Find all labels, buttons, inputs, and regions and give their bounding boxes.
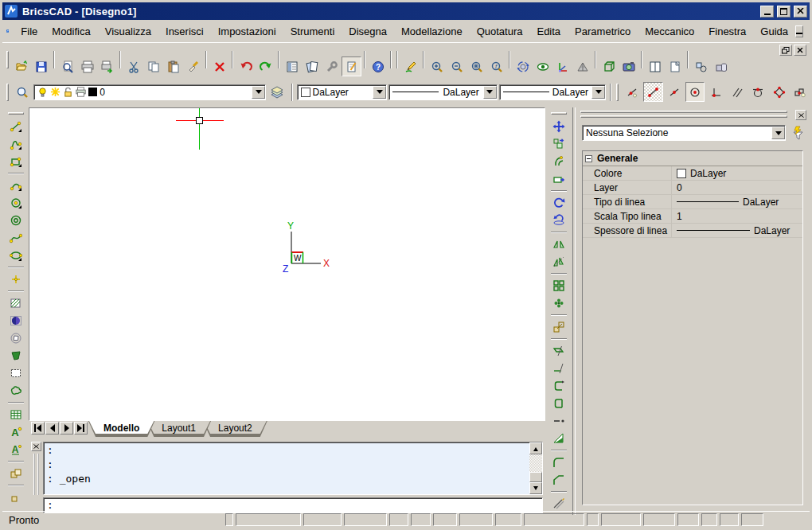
- snap-midpoint-button[interactable]: [665, 82, 684, 102]
- region-button[interactable]: [6, 312, 25, 329]
- scroll-down-button[interactable]: [529, 482, 542, 494]
- section-generale[interactable]: Generale: [583, 151, 802, 166]
- arc-button[interactable]: [6, 177, 25, 194]
- mdi-close-button[interactable]: [794, 45, 806, 56]
- zoom-extents-button[interactable]: [467, 57, 486, 76]
- scale-button[interactable]: [549, 318, 568, 336]
- help-button[interactable]: ?: [368, 57, 388, 76]
- solid-button[interactable]: [6, 347, 25, 364]
- snap-tangent-button[interactable]: [748, 82, 767, 102]
- quick-select-filter-icon[interactable]: [791, 126, 805, 140]
- property-row-scala-tipo-linea[interactable]: Scala Tipo linea 1: [583, 209, 802, 224]
- drawing-explorer-button[interactable]: [282, 57, 302, 76]
- menu-impostazioni[interactable]: Impostazioni: [211, 22, 283, 41]
- new-view-button[interactable]: [665, 57, 685, 76]
- status-field[interactable]: [459, 513, 493, 526]
- status-field[interactable]: [236, 513, 301, 526]
- menu-modifica[interactable]: Modifica: [45, 22, 97, 41]
- print-button[interactable]: [77, 57, 97, 76]
- status-field[interactable]: [303, 513, 342, 526]
- sheet-sets-button[interactable]: [302, 57, 322, 76]
- tab-layout2[interactable]: Layout2: [203, 421, 267, 437]
- options-button[interactable]: [342, 57, 361, 76]
- tab-last-button[interactable]: [74, 422, 88, 435]
- attribute-button[interactable]: [6, 489, 25, 506]
- toolbar-grip[interactable]: [6, 51, 9, 68]
- move-button[interactable]: [549, 118, 568, 135]
- wipeout-button[interactable]: [6, 364, 25, 382]
- rotate-3d-button[interactable]: [549, 212, 568, 229]
- status-field[interactable]: [643, 513, 675, 526]
- boundary-button[interactable]: [6, 329, 25, 347]
- viewports-button[interactable]: [645, 57, 665, 76]
- drawing-canvas[interactable]: Y X Z W: [29, 107, 545, 421]
- point-button[interactable]: [6, 271, 25, 288]
- spline-button[interactable]: [6, 229, 25, 247]
- revision-cloud-button[interactable]: [6, 382, 25, 399]
- rectangle-button[interactable]: [6, 153, 25, 170]
- toolbar-grip[interactable]: [8, 112, 24, 115]
- mtext-button[interactable]: A: [6, 423, 25, 441]
- box-button[interactable]: [599, 57, 619, 76]
- donut-button[interactable]: [6, 212, 25, 229]
- snap-center-button[interactable]: [685, 82, 705, 102]
- property-row-spessore-di-linea[interactable]: Spessore di linea DaLayer: [583, 224, 802, 238]
- property-row-tipo-di-linea[interactable]: Tipo di linea DaLayer: [583, 195, 802, 209]
- customize-button[interactable]: [322, 57, 342, 76]
- command-close-button[interactable]: [31, 442, 41, 451]
- copy-entities-button[interactable]: [549, 135, 568, 153]
- redo-button[interactable]: [256, 57, 275, 76]
- command-history[interactable]: : : : _open: [43, 442, 543, 495]
- tab-next-button[interactable]: [60, 422, 73, 435]
- save-button[interactable]: [31, 57, 51, 76]
- polyline-button[interactable]: [6, 135, 25, 153]
- layer-explorer-button[interactable]: [13, 82, 32, 102]
- array-polar-button[interactable]: [549, 294, 568, 312]
- menu-inserisci[interactable]: Inserisci: [158, 22, 211, 41]
- status-field[interactable]: [411, 513, 431, 526]
- export-button[interactable]: [97, 57, 117, 76]
- scroll-up-button[interactable]: [529, 442, 542, 454]
- insert-block-button[interactable]: [6, 465, 25, 482]
- menu-edita[interactable]: Edita: [529, 22, 568, 41]
- status-field[interactable]: [344, 513, 387, 526]
- table-button[interactable]: [6, 406, 25, 423]
- menu-strumenti[interactable]: Strumenti: [283, 22, 342, 41]
- mdi-minimize-button[interactable]: [795, 25, 803, 37]
- hatch-button[interactable]: [6, 294, 25, 312]
- status-field[interactable]: [701, 513, 717, 526]
- extend-button[interactable]: [549, 360, 568, 377]
- menu-meccanico[interactable]: Meccanico: [638, 22, 701, 41]
- linetype-combobox[interactable]: DaLayer: [388, 84, 497, 100]
- property-row-layer[interactable]: Layer 0: [583, 181, 802, 195]
- menu-visualizza[interactable]: Visualizza: [98, 22, 158, 41]
- rotate-button[interactable]: [549, 194, 568, 212]
- undo-button[interactable]: [236, 57, 256, 76]
- line-button[interactable]: [6, 118, 25, 135]
- look-from-button[interactable]: [533, 57, 552, 76]
- stretch-button[interactable]: [549, 170, 568, 188]
- panel-grip[interactable]: [580, 111, 787, 113]
- lineweight-dropdown-button[interactable]: [591, 86, 605, 99]
- command-scrollbar[interactable]: [529, 442, 542, 494]
- snap-parallel-button[interactable]: [728, 82, 747, 102]
- layer-dropdown-button[interactable]: [252, 86, 265, 99]
- linetype-dropdown-button[interactable]: [483, 86, 497, 99]
- gradient-button[interactable]: [549, 430, 568, 447]
- format-painter-button[interactable]: [183, 57, 203, 76]
- status-field[interactable]: [601, 513, 641, 526]
- menu-finestra[interactable]: Finestra: [701, 22, 753, 41]
- title-bar[interactable]: BricsCAD - [Disegno1]: [2, 2, 810, 20]
- mdi-restore-button[interactable]: [779, 45, 792, 56]
- camera-button[interactable]: [619, 57, 638, 76]
- selection-dropdown-button[interactable]: [771, 127, 785, 139]
- menu-quotatura[interactable]: Quotatura: [470, 22, 530, 41]
- offset-button[interactable]: [549, 153, 568, 170]
- trim-button[interactable]: [549, 342, 568, 360]
- ucs-button[interactable]: [552, 57, 572, 76]
- snap-endpoint-button[interactable]: [643, 82, 662, 102]
- snap-nearest-button[interactable]: [623, 82, 642, 102]
- fillet-button[interactable]: [549, 454, 568, 471]
- status-field[interactable]: [495, 513, 521, 526]
- selection-combobox[interactable]: Nessuna Selezione: [582, 125, 786, 141]
